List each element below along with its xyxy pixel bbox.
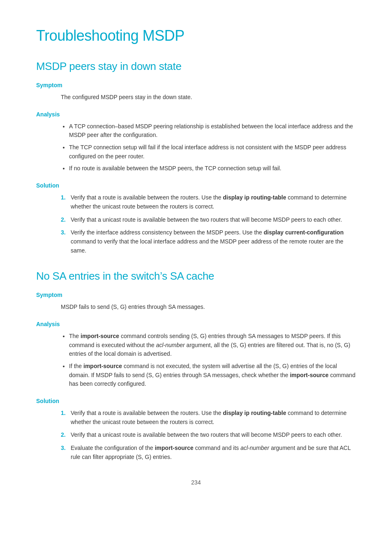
text-part: Verify that a route is available between… [71,194,223,201]
list-item: Verify the interface address consistency… [61,228,356,255]
list-item: Verify that a route is available between… [61,193,356,211]
text-part: command and its [194,445,240,451]
analysis1-label: Analysis [36,110,356,119]
solution1-block: Solution Verify that a route is availabl… [36,181,356,255]
bold-text: import-source [81,333,119,339]
text-part: If the [69,363,83,369]
solution2-label: Solution [36,397,356,406]
list-item: If no route is available between the MSD… [69,164,356,173]
solution1-list: Verify that a route is available between… [61,193,356,255]
analysis2-list: The import-source command controls sendi… [69,332,356,389]
bold-text: display current-configuration [264,229,344,236]
text-part: command to verify that the local interfa… [71,238,344,254]
list-item: Verify that a unicast route is available… [61,431,356,440]
analysis1-block: Analysis A TCP connection–based MSDP pee… [36,110,356,173]
text-part: Verify that a unicast route is available… [71,431,342,438]
analysis1-list: A TCP connection–based MSDP peering rela… [69,122,356,173]
symptom2-block: Symptom MSDP fails to send (S, G) entrie… [36,291,356,312]
list-item: Evaluate the configuration of the import… [61,444,356,461]
text-part: Verify that a route is available between… [71,410,223,416]
solution2-list: Verify that a route is available between… [61,409,356,461]
list-item: A TCP connection–based MSDP peering rela… [69,122,356,140]
list-item: Verify that a unicast route is available… [61,216,356,225]
italic-text: acl-number [240,445,269,451]
symptom1-label: Symptom [36,81,356,90]
page: Troubleshooting MSDP MSDP peers stay in … [0,0,392,533]
bold-text: display ip routing-table [223,194,286,201]
section-no-sa-entries: No SA entries in the switch’s SA cache S… [36,268,356,461]
list-item: The import-source command controls sendi… [69,332,356,359]
analysis2-block: Analysis The import-source command contr… [36,320,356,389]
list-item: Verify that a route is available between… [61,409,356,426]
symptom2-text: MSDP fails to send (S, G) entries throug… [61,303,356,312]
section2-title: No SA entries in the switch’s SA cache [36,268,356,284]
list-item: The TCP connection setup will fail if th… [69,143,356,161]
bold-text: import-source [155,445,194,451]
section-msdp-peers: MSDP peers stay in down state Symptom Th… [36,58,356,255]
text-part: Evaluate the configuration of the [71,445,155,451]
analysis2-label: Analysis [36,320,356,329]
section1-title: MSDP peers stay in down state [36,58,356,74]
text-part: Verify that a unicast route is available… [71,216,342,223]
bold-text: import-source [83,363,122,369]
bold-text: display ip routing-table [223,410,286,416]
solution2-block: Solution Verify that a route is availabl… [36,397,356,461]
list-item: If the import-source command is not exec… [69,362,356,389]
bold-text: import-source [290,372,328,378]
text-part: Verify the interface address consistency… [71,229,264,236]
symptom1-text: The configured MSDP peers stay in the do… [61,93,356,102]
page-title: Troubleshooting MSDP [36,25,356,47]
italic-text: acl-number [156,342,185,348]
page-number: 234 [36,478,356,487]
symptom2-label: Symptom [36,291,356,299]
text-part: The [69,333,81,339]
symptom1-block: Symptom The configured MSDP peers stay i… [36,81,356,102]
solution1-label: Solution [36,181,356,190]
